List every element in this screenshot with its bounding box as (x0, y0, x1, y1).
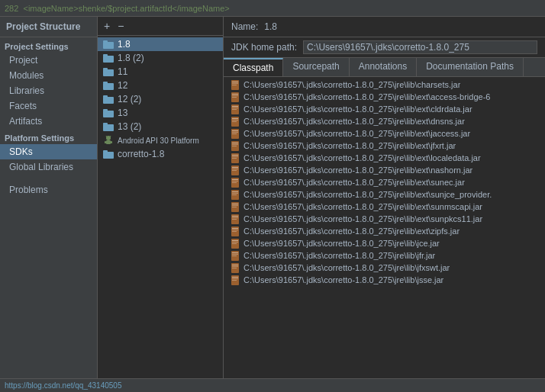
sidebar-item-artifacts[interactable]: Artifacts (0, 114, 97, 129)
path-item: C:\Users\91657\.jdks\corretto-1.8.0_275\… (224, 225, 545, 237)
path-item: C:\Users\91657\.jdks\corretto-1.8.0_275\… (224, 188, 545, 201)
svg-rect-61 (232, 194, 237, 195)
jar-icon (230, 177, 240, 188)
svg-line-18 (106, 136, 107, 137)
svg-rect-17 (111, 141, 112, 143)
svg-rect-72 (232, 230, 238, 230)
svg-rect-35 (232, 118, 238, 119)
tab-sourcepath[interactable]: Sourcepath (283, 58, 349, 76)
svg-rect-24 (232, 83, 238, 84)
svg-rect-75 (232, 240, 238, 241)
path-text: C:\Users\91657\.jdks\corretto-1.8.0_275\… (243, 263, 450, 272)
platform-settings-label: Platform Settings (0, 129, 97, 144)
path-text: C:\Users\91657\.jdks\corretto-1.8.0_275\… (243, 275, 443, 284)
bottom-bar: https://blog.csdn.net/qq_43140505 (0, 378, 545, 392)
path-item: C:\Users\91657\.jdks\corretto-1.8.0_275\… (224, 237, 545, 249)
path-item: C:\Users\91657\.jdks\corretto-1.8.0_275\… (224, 176, 545, 188)
tree-item-android-api-30[interactable]: Android API 30 Platform (98, 133, 223, 147)
path-item: C:\Users\91657\.jdks\corretto-1.8.0_275\… (224, 91, 545, 103)
svg-rect-67 (232, 216, 238, 217)
jdk-home-label: JDK home path: (231, 42, 297, 53)
sdk-tree-list: 1.8 1.8 (2) 11 (98, 36, 223, 378)
folder-icon (102, 108, 114, 118)
jar-icon (230, 226, 240, 236)
svg-rect-79 (232, 252, 238, 253)
jar-icon (230, 189, 240, 200)
code-snippet: <imageName>shenke/$project.artifactId</i… (23, 4, 229, 13)
jar-icon (230, 140, 240, 151)
tree-item-11[interactable]: 11 (98, 65, 223, 79)
svg-rect-76 (232, 242, 238, 243)
path-text: C:\Users\91657\.jdks\corretto-1.8.0_275\… (243, 92, 490, 101)
svg-rect-77 (232, 243, 237, 244)
tree-item-12-2[interactable]: 12 (2) (98, 92, 223, 106)
add-sdk-button[interactable]: + (102, 20, 111, 32)
path-item: C:\Users\91657\.jdks\corretto-1.8.0_275\… (224, 127, 545, 140)
svg-rect-36 (232, 120, 238, 120)
svg-rect-13 (103, 123, 108, 125)
jdk-home-value: C:\Users\91657\.jdks\corretto-1.8.0_275 (303, 40, 537, 54)
svg-rect-15 (106, 140, 111, 144)
name-row: Name: 1.8 (224, 17, 545, 37)
tab-classpath[interactable]: Classpath (224, 58, 283, 76)
sidebar-title: Project Structure (0, 17, 97, 37)
tree-item-13-2[interactable]: 13 (2) (98, 120, 223, 133)
tree-item-corretto-1.8[interactable]: corretto-1.8 (98, 147, 223, 161)
svg-rect-1 (103, 40, 108, 43)
svg-rect-60 (232, 193, 238, 194)
path-text: C:\Users\91657\.jdks\corretto-1.8.0_275\… (243, 129, 470, 138)
svg-rect-47 (232, 155, 238, 156)
svg-rect-40 (232, 132, 238, 133)
svg-rect-7 (103, 82, 108, 84)
folder-icon (102, 80, 114, 91)
sidebar-item-libraries[interactable]: Libraries (0, 83, 97, 98)
name-label: Name: (231, 21, 258, 32)
tabs-row: Classpath Sourcepath Annotations Documen… (224, 58, 545, 77)
remove-sdk-button[interactable]: − (116, 20, 125, 32)
tab-annotations[interactable]: Annotations (350, 58, 417, 76)
jar-icon (230, 116, 240, 127)
path-item: C:\Users\91657\.jdks\corretto-1.8.0_275\… (224, 262, 545, 274)
path-item: C:\Users\91657\.jdks\corretto-1.8.0_275\… (224, 249, 545, 262)
svg-rect-23 (232, 82, 238, 82)
tree-item-1.8-2[interactable]: 1.8 (2) (98, 51, 223, 65)
path-item: C:\Users\91657\.jdks\corretto-1.8.0_275\… (224, 164, 545, 176)
svg-rect-3 (103, 54, 108, 56)
svg-rect-53 (232, 170, 237, 171)
project-settings-label: Project Settings (0, 37, 97, 53)
svg-rect-65 (232, 207, 237, 207)
path-item: C:\Users\91657\.jdks\corretto-1.8.0_275\… (224, 201, 545, 213)
svg-line-19 (110, 136, 111, 137)
path-item: C:\Users\91657\.jdks\corretto-1.8.0_275\… (224, 152, 545, 164)
path-text: C:\Users\91657\.jdks\corretto-1.8.0_275\… (243, 80, 460, 89)
jar-icon (230, 165, 240, 175)
svg-rect-41 (232, 133, 237, 134)
jar-icon (230, 128, 240, 139)
jar-icon (230, 238, 240, 249)
tab-documentation-paths[interactable]: Documentation Paths (417, 58, 524, 76)
tree-item-12[interactable]: 12 (98, 79, 223, 92)
svg-rect-69 (232, 219, 237, 220)
svg-rect-25 (232, 85, 237, 85)
sidebar-item-modules[interactable]: Modules (0, 68, 97, 83)
svg-rect-11 (103, 109, 108, 111)
svg-rect-32 (232, 108, 238, 108)
svg-rect-73 (232, 231, 237, 232)
svg-rect-51 (232, 167, 238, 168)
svg-rect-80 (232, 254, 238, 255)
sidebar-item-project[interactable]: Project (0, 53, 97, 68)
sidebar-item-problems[interactable]: Problems (0, 182, 97, 198)
path-text: C:\Users\91657\.jdks\corretto-1.8.0_275\… (243, 165, 472, 175)
sidebar-item-facets[interactable]: Facets (0, 98, 97, 114)
tree-toolbar: + − (98, 17, 223, 36)
tree-item-1.8[interactable]: 1.8 (98, 37, 223, 51)
sidebar-item-global-libraries[interactable]: Global Libraries (0, 159, 97, 175)
folder-icon (102, 94, 114, 104)
jar-icon (230, 104, 240, 114)
sidebar-item-sdks[interactable]: SDKs (0, 144, 97, 159)
path-text: C:\Users\91657\.jdks\corretto-1.8.0_275\… (243, 104, 472, 114)
tree-item-13[interactable]: 13 (98, 106, 223, 120)
svg-rect-27 (232, 94, 238, 95)
svg-rect-68 (232, 217, 238, 218)
path-text: C:\Users\91657\.jdks\corretto-1.8.0_275\… (243, 202, 482, 211)
